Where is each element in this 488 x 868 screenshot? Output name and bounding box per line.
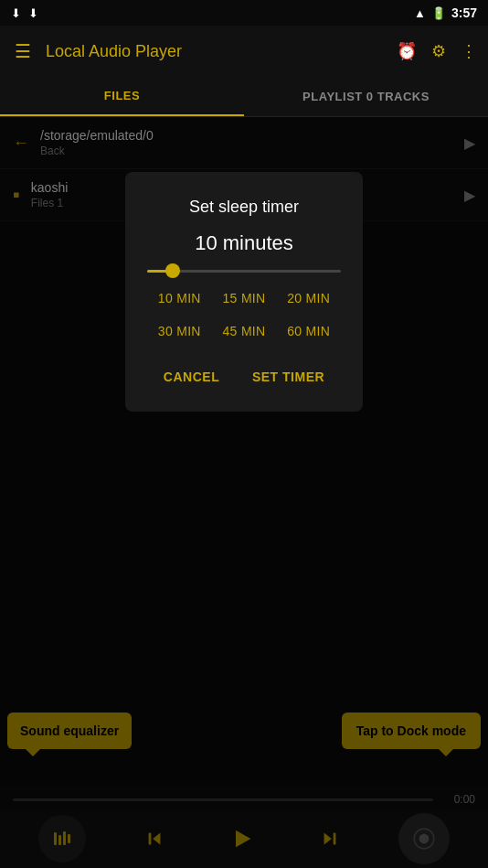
time-20min-button[interactable]: 20 MIN xyxy=(280,287,337,309)
app-title: Local Audio Player xyxy=(46,42,386,61)
status-bar: ⬇ ⬇ ▲ 🔋 3:57 xyxy=(0,0,488,26)
time-30min-button[interactable]: 30 MIN xyxy=(151,320,208,342)
header-actions: ⏰ ⚙ ⋮ xyxy=(397,41,477,61)
wifi-icon: ▲ xyxy=(414,6,426,20)
time-row-1: 10 MIN 15 MIN 20 MIN xyxy=(147,287,341,309)
header: ☰ Local Audio Player ⏰ ⚙ ⋮ xyxy=(0,26,488,77)
battery-icon: 🔋 xyxy=(431,6,446,20)
set-timer-button[interactable]: SET TIMER xyxy=(241,364,335,390)
tab-files[interactable]: FILES xyxy=(0,77,244,116)
modal-current-value: 10 minutes xyxy=(195,231,293,255)
modal-title: Set sleep timer xyxy=(189,198,299,217)
time-15min-button[interactable]: 15 MIN xyxy=(216,287,273,309)
time-10min-button[interactable]: 10 MIN xyxy=(151,287,208,309)
more-icon[interactable]: ⋮ xyxy=(461,41,477,61)
alarm-icon[interactable]: ⏰ xyxy=(397,41,417,61)
sleep-timer-modal: Set sleep timer 10 minutes 10 MIN 15 MIN… xyxy=(125,172,363,412)
time-45min-button[interactable]: 45 MIN xyxy=(216,320,273,342)
time-60min-button[interactable]: 60 MIN xyxy=(280,320,337,342)
time-buttons: 10 MIN 15 MIN 20 MIN 30 MIN 45 MIN 60 MI… xyxy=(147,287,341,342)
tabs: FILES PLAYLIST 0 TRACKS xyxy=(0,77,488,117)
time-row-2: 30 MIN 45 MIN 60 MIN xyxy=(147,320,341,342)
slider-thumb[interactable] xyxy=(165,263,180,278)
status-time: 3:57 xyxy=(451,5,477,20)
settings-icon[interactable]: ⚙ xyxy=(431,41,446,61)
download-icon-2: ⬇ xyxy=(28,6,38,20)
tab-playlist[interactable]: PLAYLIST 0 TRACKS xyxy=(244,77,488,116)
slider-track xyxy=(147,270,341,273)
download-icon-1: ⬇ xyxy=(11,6,21,20)
menu-icon[interactable]: ☰ xyxy=(11,37,35,66)
modal-overlay: Set sleep timer 10 minutes 10 MIN 15 MIN… xyxy=(0,117,488,868)
cancel-button[interactable]: CANCEL xyxy=(153,364,230,390)
modal-actions: CANCEL SET TIMER xyxy=(147,364,341,390)
timer-slider-container[interactable] xyxy=(147,270,341,273)
